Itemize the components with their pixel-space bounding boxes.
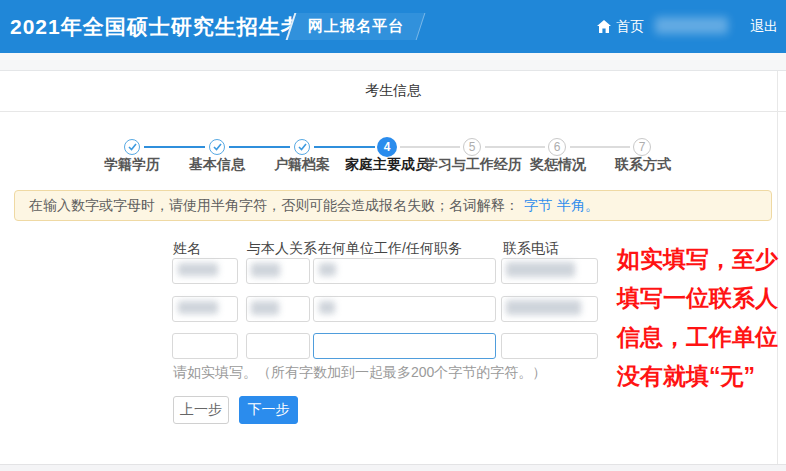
- notice-link-byte[interactable]: 字节: [524, 197, 552, 215]
- page-tab-bar: 考生信息: [0, 71, 786, 112]
- step-4-number: 4: [377, 137, 397, 157]
- step-2-check-icon: [209, 139, 225, 155]
- app-title: 2021年全国硕士研究生招生考试: [10, 0, 325, 53]
- home-link-label: 首页: [616, 18, 644, 36]
- form-helper-note: 请如实填写。（所有字数加到一起最多200个字节的字符。）: [173, 364, 546, 382]
- row3-phone-input[interactable]: [501, 333, 598, 359]
- column-header-relation: 与本人关系: [247, 240, 317, 258]
- red-handwritten-annotation: 如实填写，至少 填写一位联系人 信息，工作单位 没有就填“无”: [617, 240, 785, 396]
- redacted-value: [319, 263, 336, 276]
- header-sub-band: [0, 53, 786, 71]
- row2-workunit-input[interactable]: [313, 296, 496, 322]
- annotation-line: 信息，工作单位: [617, 318, 785, 357]
- step-1-check-icon: [124, 139, 140, 155]
- annotation-line: 填写一位联系人: [617, 279, 785, 318]
- stepper-connector: [229, 146, 290, 148]
- redacted-value: [251, 263, 280, 277]
- notice-link-halfwidth[interactable]: 半角: [557, 197, 585, 215]
- step-5-number: 5: [463, 138, 481, 156]
- stepper-connector: [144, 146, 205, 148]
- next-step-button[interactable]: 下一步: [239, 396, 298, 424]
- stepper-connector: [400, 146, 460, 148]
- column-header-workunit: 在何单位工作/任何职务: [318, 240, 462, 258]
- platform-badge-label: 网上报名平台: [308, 17, 404, 36]
- footer-strip: [0, 464, 786, 471]
- redacted-value: [251, 301, 279, 315]
- annotation-line: 没有就填“无”: [617, 357, 785, 396]
- step-3-check-icon: [294, 139, 310, 155]
- row3-relation-input[interactable]: [246, 333, 310, 359]
- step-6-number: 6: [548, 138, 566, 156]
- step-label-lianxi: 联系方式: [578, 156, 708, 174]
- redacted-value: [506, 262, 575, 277]
- redacted-value: [506, 300, 581, 315]
- platform-badge: 网上报名平台: [286, 13, 426, 40]
- stepper-connector: [570, 146, 630, 148]
- redacted-value: [178, 301, 218, 314]
- stepper-connector: [485, 146, 545, 148]
- notice-text: 在输入数字或字母时，请使用半角字符，否则可能会造成报名失败；名词解释：: [29, 197, 519, 215]
- row1-workunit-input[interactable]: [313, 258, 496, 284]
- logout-label: 退出: [750, 18, 778, 36]
- username-redacted: [655, 17, 728, 34]
- row3-name-input[interactable]: [172, 333, 238, 359]
- app-header: 2021年全国硕士研究生招生考试 网上报名平台 首页 退出: [0, 0, 786, 53]
- home-icon: [597, 20, 611, 33]
- prev-step-button[interactable]: 上一步: [173, 396, 229, 424]
- redacted-value: [319, 301, 335, 314]
- logout-link[interactable]: 退出: [750, 0, 778, 53]
- annotation-line: 如实填写，至少: [617, 240, 785, 279]
- halfwidth-notice-bar: 在输入数字或字母时，请使用半角字符，否则可能会造成报名失败；名词解释： 字节 半…: [14, 190, 772, 221]
- home-link[interactable]: 首页: [597, 0, 644, 53]
- redacted-value: [178, 263, 218, 276]
- row3-workunit-input[interactable]: [313, 333, 496, 359]
- stepper-connector: [314, 146, 375, 148]
- page-title: 考生信息: [365, 82, 421, 100]
- notice-suffix: 。: [585, 197, 599, 215]
- step-7-number: 7: [633, 138, 651, 156]
- column-header-name: 姓名: [173, 240, 201, 258]
- column-header-phone: 联系电话: [503, 240, 559, 258]
